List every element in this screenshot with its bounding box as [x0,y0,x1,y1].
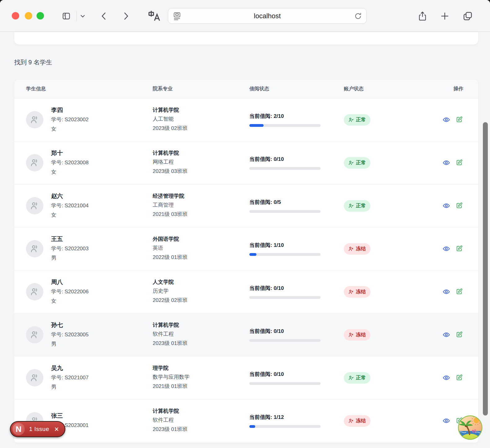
borrow-progress-bar [249,425,321,428]
major: 历史学 [153,286,249,296]
student-gender: 男 [51,339,89,349]
status-label: 冻结 [356,289,366,295]
avatar [26,197,43,214]
student-name: 周八 [51,278,89,286]
view-button[interactable] [443,116,450,123]
edit-button[interactable] [455,116,463,123]
status-badge: 冻结 [344,243,370,255]
avatar [26,283,43,300]
share-icon [418,11,427,22]
edit-icon [456,245,463,252]
student-gender: 女 [51,167,89,177]
status-badge: 冻结 [344,415,370,427]
zoom-window-button[interactable] [37,12,44,19]
close-window-button[interactable] [12,12,19,19]
view-button[interactable] [443,331,450,338]
student-name: 赵六 [51,192,89,200]
eye-icon [443,116,450,123]
column-header-student-info: 学生信息 [14,86,153,92]
edit-button[interactable] [455,245,463,252]
minimize-window-button[interactable] [25,12,32,19]
borrow-status-text: 当前借阅: 0/10 [249,371,344,378]
sidebar-toggle-button[interactable] [60,10,72,22]
borrow-progress-bar [249,210,321,213]
edit-button[interactable] [455,374,463,381]
view-button[interactable] [443,374,450,381]
college: 计算机学院 [153,149,249,157]
issues-count-label: 1 Issue [29,426,49,433]
column-header-department: 院系专业 [153,86,249,92]
table-row[interactable]: 郑十 学号: S2023008 女 计算机学院 网络工程 2023级 03班班 … [14,141,478,184]
avatar [26,326,43,343]
status-label: 正常 [356,160,366,166]
student-id: 学号: S2023002 [51,115,89,124]
class-name: 2021级 01班班 [153,382,249,391]
college: 人文学院 [153,278,249,286]
borrow-status-text: 当前借阅: 2/10 [249,113,344,120]
borrow-status-text: 当前借阅: 1/12 [249,414,344,421]
address-bar[interactable]: localhost [168,8,367,24]
major: 软件工程 [153,330,249,339]
devtools-issues-badge[interactable]: N 1 Issue ✕ [10,421,65,437]
table-row[interactable]: 李四 学号: S2023002 女 计算机学院 人工智能 2023级 02班班 … [14,98,478,141]
borrow-progress-bar [249,124,321,127]
view-button[interactable] [443,202,450,209]
table-row[interactable]: 王五 学号: S2022003 男 外国语学院 英语 2022级 01班班 当前… [14,227,478,270]
close-icon[interactable]: ✕ [54,426,59,433]
view-button[interactable] [443,245,450,252]
view-button[interactable] [443,159,450,166]
status-badge: 正常 [344,157,370,169]
borrow-status-text: 当前借阅: 0/10 [249,156,344,163]
sidebar-menu-chevron[interactable] [78,10,87,22]
edit-button[interactable] [455,202,463,209]
student-gender: 女 [51,210,89,220]
table-row[interactable]: 赵六 学号: S2021004 女 经济管理学院 工商管理 2021级 03班班… [14,184,478,227]
user-x-icon [348,332,354,338]
table-row[interactable]: 张三 学号: S2023001 计算机学院 软件工程 2023级 01班班 当前… [14,399,478,442]
sidebar-icon [62,12,71,20]
status-label: 冻结 [356,246,366,252]
translate-button[interactable] [147,10,162,22]
reload-button[interactable] [354,12,362,21]
user-check-icon [348,117,354,123]
table-row[interactable]: 周八 学号: S2022006 女 人文学院 历史学 2022级 02班班 当前… [14,270,478,313]
user-check-icon [348,160,354,166]
status-badge: 正常 [344,372,370,384]
avatar [26,111,43,128]
users-icon [30,287,39,296]
eye-icon [443,288,450,295]
student-id: 学号: S2021004 [51,201,89,210]
share-button[interactable] [416,10,429,22]
forward-button[interactable] [120,10,132,22]
user-x-icon [348,418,354,424]
filter-panel-bottom [14,32,478,45]
eye-icon [443,374,450,381]
new-tab-button[interactable] [439,10,451,22]
major: 数学与应用数学 [153,373,249,382]
edit-button[interactable] [455,159,463,166]
tabs-overview-button[interactable] [462,10,474,22]
view-button[interactable] [443,288,450,295]
student-id: 学号: S2023008 [51,158,89,167]
college: 计算机学院 [153,407,249,415]
edit-icon [456,116,463,123]
borrow-status-text: 当前借阅: 1/10 [249,242,344,249]
page-scrollbar-thumb[interactable] [483,122,488,416]
view-button[interactable] [443,417,450,424]
student-gender: 男 [51,253,89,263]
status-badge: 冻结 [344,329,370,341]
back-button[interactable] [98,10,110,22]
status-label: 正常 [356,203,366,209]
student-id: 学号: S2022006 [51,287,89,296]
users-icon [30,330,39,339]
table-row[interactable]: 孙七 学号: S2023005 男 计算机学院 软件工程 2023级 01班班 … [14,313,478,356]
nextjs-logo: N [12,423,25,435]
edit-button[interactable] [455,331,463,338]
borrow-progress-fill [249,425,255,428]
table-header-row: 学生信息 院系专业 借阅状态 账户状态 操作 [14,80,478,98]
edit-icon [456,331,463,338]
island-extension-icon[interactable] [458,415,483,440]
table-row[interactable]: 吴九 学号: S2021007 男 理学院 数学与应用数学 2021级 01班班… [14,356,478,399]
college: 理学院 [153,364,249,372]
edit-button[interactable] [455,288,463,295]
